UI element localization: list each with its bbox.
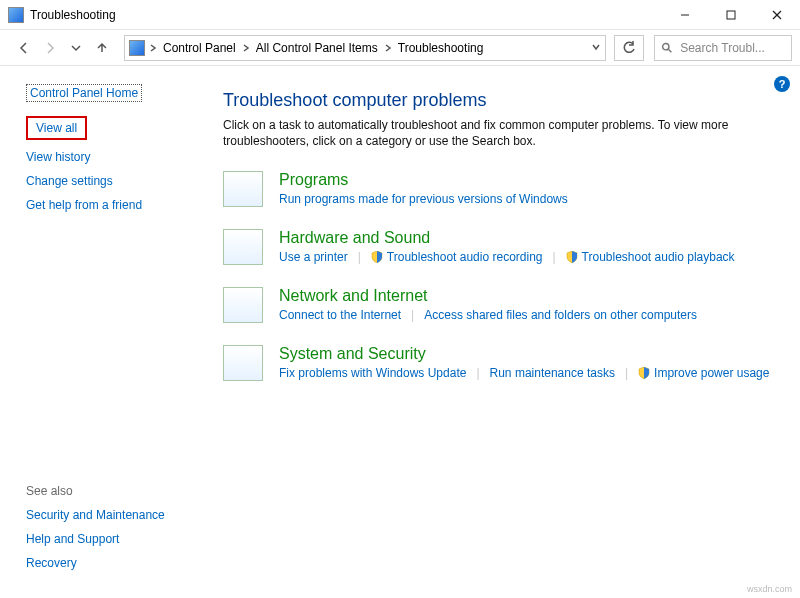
category-title[interactable]: Network and Internet xyxy=(279,287,770,305)
task-link[interactable]: Troubleshoot audio playback xyxy=(566,250,735,264)
see-also-help[interactable]: Help and Support xyxy=(26,532,187,546)
category-network-and-internet: Network and InternetConnect to the Inter… xyxy=(223,287,770,323)
chevron-right-icon[interactable] xyxy=(384,41,392,55)
recent-dropdown[interactable] xyxy=(66,38,86,58)
separator: | xyxy=(358,250,361,264)
task-link-label: Troubleshoot audio recording xyxy=(387,250,543,264)
control-panel-home-link[interactable]: Control Panel Home xyxy=(26,84,142,102)
task-link[interactable]: Use a printer xyxy=(279,250,348,264)
task-link-label: Run maintenance tasks xyxy=(490,366,615,380)
task-link-label: Run programs made for previous versions … xyxy=(279,192,568,206)
page-title: Troubleshoot computer problems xyxy=(223,90,770,111)
category-hardware-and-sound: Hardware and SoundUse a printer|Troubles… xyxy=(223,229,770,265)
svg-rect-1 xyxy=(727,11,735,19)
shield-icon xyxy=(566,251,578,263)
search-icon xyxy=(661,41,672,54)
address-bar[interactable]: Control Panel All Control Panel Items Tr… xyxy=(124,35,606,61)
search-input[interactable] xyxy=(678,40,785,56)
see-also-security[interactable]: Security and Maintenance xyxy=(26,508,187,522)
separator: | xyxy=(625,366,628,380)
sidebar-link-get-help[interactable]: Get help from a friend xyxy=(26,198,187,212)
task-link-label: Fix problems with Windows Update xyxy=(279,366,466,380)
separator: | xyxy=(552,250,555,264)
task-link[interactable]: Troubleshoot audio recording xyxy=(371,250,543,264)
category-programs: ProgramsRun programs made for previous v… xyxy=(223,171,770,207)
refresh-button[interactable] xyxy=(614,35,644,61)
task-link[interactable]: Improve power usage xyxy=(638,366,769,380)
sidebar-link-view-history[interactable]: View history xyxy=(26,150,187,164)
sidebar-link-view-all[interactable]: View all xyxy=(36,121,77,135)
task-link[interactable]: Access shared files and folders on other… xyxy=(424,308,697,322)
category-icon xyxy=(223,287,263,323)
minimize-button[interactable] xyxy=(662,0,708,30)
shield-icon xyxy=(638,367,650,379)
task-link-label: Access shared files and folders on other… xyxy=(424,308,697,322)
view-all-highlight: View all xyxy=(26,116,87,140)
chevron-right-icon[interactable] xyxy=(242,41,250,55)
close-button[interactable] xyxy=(754,0,800,30)
forward-button[interactable] xyxy=(40,38,60,58)
address-dropdown-icon[interactable] xyxy=(591,41,601,55)
svg-line-5 xyxy=(668,49,671,52)
content-area: ? Control Panel Home View all View histo… xyxy=(0,66,800,598)
shield-icon xyxy=(371,251,383,263)
control-panel-icon xyxy=(129,40,145,56)
breadcrumb-mid[interactable]: All Control Panel Items xyxy=(252,41,382,55)
separator: | xyxy=(411,308,414,322)
task-link-label: Troubleshoot audio playback xyxy=(582,250,735,264)
help-icon[interactable]: ? xyxy=(774,76,790,92)
category-title[interactable]: Hardware and Sound xyxy=(279,229,770,247)
back-button[interactable] xyxy=(14,38,34,58)
category-icon xyxy=(223,171,263,207)
watermark: wsxdn.com xyxy=(747,584,792,594)
task-link[interactable]: Connect to the Internet xyxy=(279,308,401,322)
navigation-bar: Control Panel All Control Panel Items Tr… xyxy=(0,30,800,66)
task-link[interactable]: Run programs made for previous versions … xyxy=(279,192,568,206)
category-title[interactable]: Programs xyxy=(279,171,770,189)
maximize-button[interactable] xyxy=(708,0,754,30)
sidebar: Control Panel Home View all View history… xyxy=(0,66,205,598)
task-link-label: Improve power usage xyxy=(654,366,769,380)
sidebar-link-change-settings[interactable]: Change settings xyxy=(26,174,187,188)
task-link[interactable]: Fix problems with Windows Update xyxy=(279,366,466,380)
title-bar: Troubleshooting xyxy=(0,0,800,30)
see-also-label: See also xyxy=(26,484,187,498)
see-also-recovery[interactable]: Recovery xyxy=(26,556,187,570)
main-panel: Troubleshoot computer problems Click on … xyxy=(205,66,800,598)
task-link-label: Use a printer xyxy=(279,250,348,264)
up-button[interactable] xyxy=(92,38,112,58)
app-icon xyxy=(8,7,24,23)
separator: | xyxy=(476,366,479,380)
task-link[interactable]: Run maintenance tasks xyxy=(490,366,615,380)
category-icon xyxy=(223,229,263,265)
svg-point-4 xyxy=(663,44,669,50)
breadcrumb-leaf[interactable]: Troubleshooting xyxy=(394,41,488,55)
category-system-and-security: System and SecurityFix problems with Win… xyxy=(223,345,770,381)
chevron-right-icon[interactable] xyxy=(149,41,157,55)
search-box[interactable] xyxy=(654,35,792,61)
task-link-label: Connect to the Internet xyxy=(279,308,401,322)
category-title[interactable]: System and Security xyxy=(279,345,770,363)
page-description: Click on a task to automatically trouble… xyxy=(223,117,770,149)
window-title: Troubleshooting xyxy=(30,8,116,22)
breadcrumb-root[interactable]: Control Panel xyxy=(159,41,240,55)
category-icon xyxy=(223,345,263,381)
